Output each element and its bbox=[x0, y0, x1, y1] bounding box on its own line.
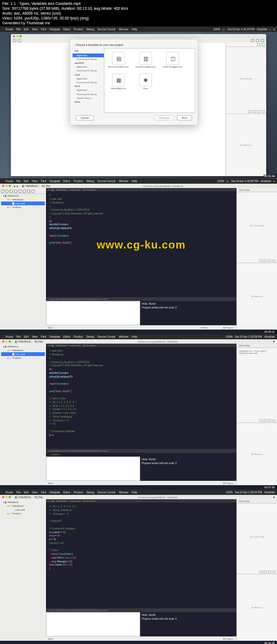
library-tab[interactable] bbox=[272, 571, 275, 573]
menu-app[interactable]: Xcode bbox=[5, 28, 13, 31]
menu-editor[interactable]: Editor bbox=[63, 335, 70, 338]
menu-edit[interactable]: Edit bbox=[24, 28, 29, 31]
nav-products[interactable]: ▸ 📁 Products bbox=[1, 356, 45, 360]
output-dropdown[interactable]: All Output ⟩ bbox=[223, 326, 234, 329]
menu-window[interactable]: Window bbox=[118, 491, 128, 494]
window-titlebar[interactable] bbox=[11, 34, 266, 38]
menu-app[interactable]: Xcode bbox=[5, 335, 13, 338]
menu-view[interactable]: View bbox=[32, 491, 38, 494]
library-tab[interactable] bbox=[259, 419, 262, 422]
cat-other[interactable]: Other bbox=[75, 100, 102, 104]
menu-find[interactable]: Find bbox=[41, 491, 47, 494]
output-dropdown[interactable]: All Output ⟩ bbox=[223, 482, 234, 485]
template-game[interactable]: ✱Game bbox=[135, 73, 156, 90]
menu-file[interactable]: File bbox=[16, 28, 21, 31]
inspector-tab[interactable] bbox=[257, 43, 260, 46]
nav-folder[interactable]: ▾ 📁 HelloWorld bbox=[1, 348, 45, 352]
menu-source[interactable]: Source Control bbox=[97, 28, 115, 31]
menu-view[interactable]: View bbox=[32, 179, 38, 183]
variables-view[interactable] bbox=[46, 612, 140, 636]
menu-editor[interactable]: Editor bbox=[63, 179, 70, 183]
panel-toggle[interactable] bbox=[261, 39, 264, 42]
menu-icon[interactable]: ≡ bbox=[273, 28, 275, 31]
menu-source[interactable]: Source Control bbox=[97, 491, 115, 494]
menu-navigate[interactable]: Navigate bbox=[49, 28, 60, 31]
library-tab[interactable] bbox=[259, 571, 262, 573]
menu-debug[interactable]: Debug bbox=[86, 179, 94, 183]
menu-edit[interactable]: Edit bbox=[24, 335, 29, 338]
filter-field[interactable]: ⊕ Filter bbox=[201, 326, 208, 329]
sidebar-item-application[interactable]: Application bbox=[75, 77, 102, 81]
sidebar-item-framework[interactable]: Framework & Library bbox=[75, 92, 102, 96]
menu-debug[interactable]: Debug bbox=[86, 491, 94, 494]
sidebar-item-application[interactable]: Application bbox=[75, 88, 102, 92]
sidebar-item-plugin[interactable]: System Plug-in bbox=[75, 96, 102, 100]
sidebar-item-application[interactable]: Application bbox=[75, 65, 102, 69]
username[interactable]: Abdullah bbox=[265, 491, 275, 494]
scheme[interactable]: ◧ HelloWorld 〉 My Mac bbox=[15, 496, 43, 499]
library-tab[interactable] bbox=[272, 259, 275, 262]
nav-tab[interactable] bbox=[31, 190, 35, 193]
menu-navigate[interactable]: Navigate bbox=[49, 179, 60, 183]
code-editor[interactable]: // - Int = 1, 2, 3, 4, 5, -6, 7 // - Str… bbox=[46, 503, 236, 608]
menu-app[interactable]: Xcode bbox=[5, 179, 13, 183]
nav-project[interactable]: ▾ ◧ HelloWorld bbox=[1, 194, 45, 198]
nav-project[interactable]: ▾ ◧ HelloWorld bbox=[1, 345, 45, 348]
menu-product[interactable]: Product bbox=[74, 179, 83, 183]
menu-debug[interactable]: Debug bbox=[86, 335, 94, 338]
search-icon[interactable]: ⌕ bbox=[273, 179, 275, 183]
menu-find[interactable]: Find bbox=[41, 179, 47, 183]
menu-app[interactable]: Xcode bbox=[5, 491, 13, 494]
variables-view[interactable] bbox=[46, 457, 140, 481]
library-tab[interactable] bbox=[259, 259, 262, 262]
nav-tab[interactable] bbox=[14, 190, 17, 193]
menu-window[interactable]: Window bbox=[118, 28, 128, 31]
menu-view[interactable]: View bbox=[32, 335, 38, 338]
nav-folder[interactable]: ▾ 📁 HelloWorld bbox=[1, 198, 45, 202]
menu-navigate[interactable]: Navigate bbox=[49, 335, 60, 338]
menu-find[interactable]: Find bbox=[41, 335, 47, 338]
sidebar-item-framework[interactable]: Framework & Library bbox=[75, 81, 102, 84]
auto-dropdown[interactable]: Auto ⟩ bbox=[48, 638, 54, 640]
auto-dropdown[interactable]: Auto ⟩ bbox=[48, 326, 54, 329]
breadcrumb[interactable]: < > ◧ HelloWorld 〉 main.swift 〉 No Selec… bbox=[46, 344, 236, 347]
close-icon[interactable] bbox=[2, 185, 4, 187]
menu-navigate[interactable]: Navigate bbox=[49, 491, 60, 494]
nav-file-main[interactable]: 📄 main.swift bbox=[1, 508, 45, 512]
menu-file[interactable]: File bbox=[16, 335, 21, 338]
username[interactable]: Abdullah bbox=[257, 28, 267, 31]
panel-toggle[interactable] bbox=[251, 39, 254, 42]
nav-tab[interactable] bbox=[5, 190, 9, 193]
nav-file-main[interactable]: 📄 main.swift bbox=[1, 352, 45, 356]
close-icon[interactable] bbox=[13, 35, 15, 37]
menu-edit[interactable]: Edit bbox=[24, 491, 29, 494]
menu-help[interactable]: Help bbox=[131, 335, 137, 338]
nav-tab[interactable] bbox=[1, 190, 4, 193]
nav-project[interactable]: ▾ ◧ HelloWorld bbox=[1, 500, 45, 504]
menu-source[interactable]: Source Control bbox=[97, 179, 115, 183]
error-indicator[interactable]: ● bbox=[273, 340, 275, 343]
library-tab[interactable] bbox=[257, 110, 260, 113]
library-tab[interactable] bbox=[263, 259, 267, 262]
nav-tab[interactable] bbox=[18, 190, 22, 193]
library-tab[interactable] bbox=[263, 571, 267, 573]
library-tab[interactable] bbox=[272, 419, 275, 422]
nav-products[interactable]: ▸ 📁 Products bbox=[1, 512, 45, 515]
menu-debug[interactable]: Debug bbox=[86, 28, 94, 31]
window-titlebar[interactable]: ▶ ■ ◧ HelloWorld 〉 My Mac Finished runni… bbox=[0, 184, 277, 188]
sidebar-item-application[interactable]: Application bbox=[72, 53, 104, 57]
zoom-icon[interactable] bbox=[19, 35, 22, 37]
menu-find[interactable]: Find bbox=[41, 28, 47, 31]
console-output[interactable]: Hello, World! Program ended with exit co… bbox=[140, 612, 236, 636]
window-titlebar[interactable]: ◧ HelloWorld 〉 My Mac Finished running H… bbox=[0, 495, 277, 499]
code-editor[interactable]: // // main.swift // HelloWorld // // Cre… bbox=[46, 192, 236, 297]
library-tab[interactable] bbox=[253, 110, 256, 113]
window-titlebar[interactable]: ◧ HelloWorld 〉 My Mac Finished running H… bbox=[0, 339, 277, 344]
menu-edit[interactable]: Edit bbox=[24, 179, 29, 183]
library-tab[interactable] bbox=[268, 419, 271, 422]
menu-source[interactable]: Source Control bbox=[97, 335, 115, 338]
cancel-button[interactable]: Cancel bbox=[76, 115, 94, 120]
variables-view[interactable] bbox=[46, 301, 140, 325]
sidebar-item-framework[interactable]: Framework & Library bbox=[75, 69, 102, 72]
library-tab[interactable] bbox=[268, 571, 271, 573]
